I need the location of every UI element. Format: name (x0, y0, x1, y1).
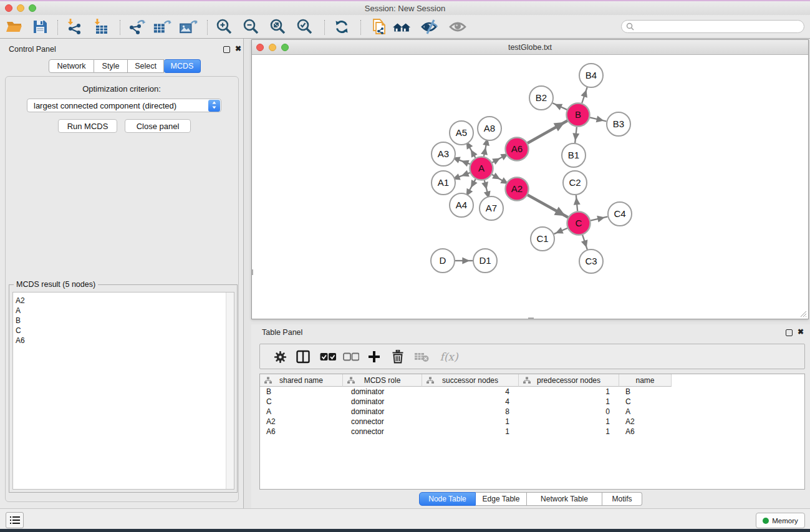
network-graph-canvas[interactable]: B4B2BB3A8A5A6A3B1AA1C2A2A4A7C4CC1C3DD1 (252, 55, 808, 319)
tab-node-table[interactable]: Node Table (419, 492, 476, 506)
mcds-result-item[interactable]: C (13, 326, 225, 336)
select-all-checkboxes-icon[interactable] (319, 349, 337, 365)
refresh-icon[interactable] (332, 18, 351, 36)
zoom-out-icon[interactable] (242, 18, 261, 36)
float-panel-icon[interactable] (223, 46, 230, 53)
graph-node-label: A7 (486, 203, 497, 213)
table-cell[interactable]: 1 (422, 417, 519, 427)
table-cell[interactable]: B (260, 387, 343, 397)
mcds-result-list[interactable]: A2ABCA6 (12, 292, 234, 490)
function-builder-icon[interactable]: f(x) (436, 349, 461, 365)
split-columns-icon[interactable] (294, 349, 312, 365)
mcds-result-item[interactable]: A (13, 306, 225, 316)
graph-node-label: A4 (456, 200, 467, 210)
table-cell[interactable]: dominator (343, 397, 422, 407)
network-view-window: testGlobe.txt B4B2BB3A8A5A6A3B1AA1C2A2A4… (251, 39, 809, 319)
import-network-icon[interactable] (65, 18, 84, 36)
table-cell[interactable]: A6 (260, 427, 343, 437)
edge-arrowhead (481, 147, 488, 155)
table-cell[interactable]: 8 (422, 407, 519, 417)
toolbar-separator (360, 20, 361, 35)
table-cell[interactable]: connector (343, 427, 422, 437)
close-panel-button[interactable]: Close panel (125, 119, 191, 133)
table-row[interactable]: A6connector11A6 (260, 427, 804, 437)
table-cell[interactable]: C (260, 397, 343, 407)
window-resize-grip[interactable] (800, 311, 807, 317)
table-cell[interactable]: 1 (519, 427, 619, 437)
table-cell[interactable]: A2 (260, 417, 343, 427)
scrollbar-track[interactable] (226, 293, 234, 489)
graph-node-label: C1 (536, 233, 548, 244)
table-row[interactable]: A2connector11A2 (260, 417, 804, 427)
close-panel-icon[interactable]: ✖ (798, 327, 804, 336)
tab-network-table[interactable]: Network Table (527, 492, 602, 506)
graph-node-label: D (440, 255, 446, 266)
table-cell[interactable]: A (260, 407, 343, 417)
table-row[interactable]: Bdominator41B (260, 387, 804, 397)
main-toolbar (0, 15, 810, 39)
column-header-predecessor-nodes[interactable]: predecessor nodes (519, 374, 619, 387)
edge-arrowhead (462, 258, 470, 264)
table-cell[interactable]: 4 (422, 397, 519, 407)
table-cell[interactable]: 4 (422, 387, 519, 397)
tab-select[interactable]: Select (128, 59, 164, 73)
import-table-icon[interactable] (92, 18, 111, 36)
delete-table-icon[interactable] (413, 349, 430, 365)
table-cell[interactable]: dominator (343, 387, 422, 397)
zoom-selected-icon[interactable] (296, 18, 314, 36)
run-mcds-button[interactable]: Run MCDS (58, 119, 117, 133)
table-cell[interactable]: 1 (422, 427, 519, 437)
tab-edge-table[interactable]: Edge Table (476, 492, 527, 506)
tab-network[interactable]: Network (49, 59, 94, 73)
table-cell[interactable]: A6 (619, 427, 672, 437)
table-cell[interactable]: B (619, 387, 672, 397)
duplicate-network-icon[interactable] (370, 18, 388, 36)
table-cell[interactable]: A2 (619, 417, 672, 427)
column-header-successor-nodes[interactable]: successor nodes (422, 374, 519, 387)
column-header-shared-name[interactable]: shared name (260, 374, 343, 387)
mcds-result-item[interactable]: A6 (13, 336, 225, 346)
table-cell[interactable]: connector (343, 417, 422, 427)
column-header-name[interactable]: name (619, 374, 672, 387)
table-row[interactable]: Cdominator41C (260, 397, 804, 407)
search-field[interactable] (621, 20, 804, 33)
table-cell[interactable]: 1 (519, 387, 619, 397)
table-cell[interactable]: 1 (519, 397, 619, 407)
network-window-titlebar[interactable]: testGlobe.txt (252, 40, 808, 55)
settings-gear-icon[interactable] (271, 349, 289, 365)
zoom-fit-icon[interactable] (269, 18, 287, 36)
table-row[interactable]: Adominator80A (260, 407, 804, 417)
search-input[interactable] (637, 22, 804, 31)
open-folder-icon[interactable] (5, 18, 24, 36)
save-icon[interactable] (31, 18, 49, 36)
zoom-in-icon[interactable] (215, 18, 234, 36)
show-graphics-details-icon[interactable] (448, 18, 467, 36)
tab-style[interactable]: Style (94, 59, 128, 73)
table-cell[interactable]: 0 (519, 407, 619, 417)
toolbar-separator (120, 20, 120, 35)
home-layout-icon[interactable] (393, 18, 412, 36)
hide-graphics-details-icon[interactable] (420, 18, 439, 36)
mcds-result-item[interactable]: A2 (13, 296, 225, 306)
table-cell[interactable]: 1 (519, 417, 619, 427)
table-cell[interactable]: C (619, 397, 672, 407)
add-column-icon[interactable] (365, 349, 383, 365)
column-header-MCDS-role[interactable]: MCDS role (343, 374, 422, 387)
delete-columns-icon[interactable] (389, 349, 407, 365)
memory-button[interactable]: Memory (756, 513, 805, 528)
deselect-all-checkboxes-icon[interactable] (342, 349, 360, 365)
criterion-dropdown[interactable]: largest connected component (directed) (27, 99, 221, 112)
export-table-icon[interactable] (153, 18, 171, 36)
table-cell[interactable]: A (619, 407, 672, 417)
graph-node-label: C2 (569, 177, 581, 188)
export-image-icon[interactable] (179, 18, 198, 36)
tab-mcds[interactable]: MCDS (164, 59, 201, 73)
table-cell[interactable]: dominator (343, 407, 422, 417)
task-history-button[interactable] (6, 512, 24, 528)
mcds-result-item[interactable]: B (13, 316, 225, 326)
window-edge-handle (252, 269, 253, 275)
close-panel-icon[interactable]: ✖ (235, 44, 241, 53)
float-panel-icon[interactable] (786, 329, 793, 336)
tab-motifs[interactable]: Motifs (602, 492, 642, 506)
export-network-icon[interactable] (127, 18, 146, 36)
